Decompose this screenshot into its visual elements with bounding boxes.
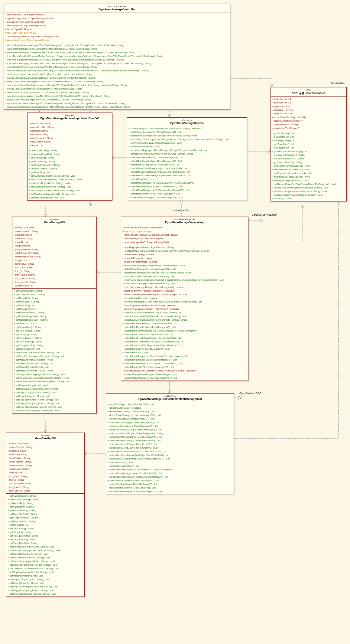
comdefaultvo-header: «Vo» CDD_공통::ComDefaultVO xyxy=(271,87,346,97)
implement-label: <<implement>> xyxy=(163,209,199,211)
menucreatvo-class: «model» EgovMenuManageServiceImpl::MenuC… xyxy=(27,113,112,201)
controller-header: «<<Controller>>» EgovMenuManageControlle… xyxy=(4,4,230,12)
menusitemapvo-header: «model» MenuSiteMapVO xyxy=(6,433,84,441)
service-header: «Service» EgovMenuManageService xyxy=(127,118,247,126)
menucreatvo-header: «model» EgovMenuManageServiceImpl::MenuC… xyxy=(28,113,112,121)
menusitemapvo-class: «model» MenuSiteMapVO - authorCode: Stri… xyxy=(6,433,85,597)
serializable-label: Serializable xyxy=(323,82,345,85)
serviceimpl-header: «<<ServiceImpl>>» EgovMenuManageServiceI… xyxy=(121,217,248,225)
serviceimpl-class: «<<ServiceImpl>>» EgovMenuManageServiceI… xyxy=(121,217,248,381)
service-class: «Service» EgovMenuManageService + creatS… xyxy=(127,117,247,200)
menumanagevo-header: «model» MenuManageVO xyxy=(12,217,96,225)
egovabstractdao-label: EgovAbstractDAO xyxy=(234,392,261,395)
controller-class: «<<Controller>>» EgovMenuManageControlle… xyxy=(4,4,230,110)
menumanagevo-class: «model» MenuManageVO - authorCode: Strin… xyxy=(12,217,97,414)
abstractserviceimpl-label: AbstractServiceImpl xyxy=(249,213,277,216)
comdefaultvo-class: «Vo» CDD_공통::ComDefaultVO - firstIndex: … xyxy=(271,87,347,201)
dao-class: «<<DAO>>» EgovMenuManageServiceImpl::Men… xyxy=(106,393,234,494)
dao-header: «<<DAO>>» EgovMenuManageServiceImpl::Men… xyxy=(106,394,234,402)
